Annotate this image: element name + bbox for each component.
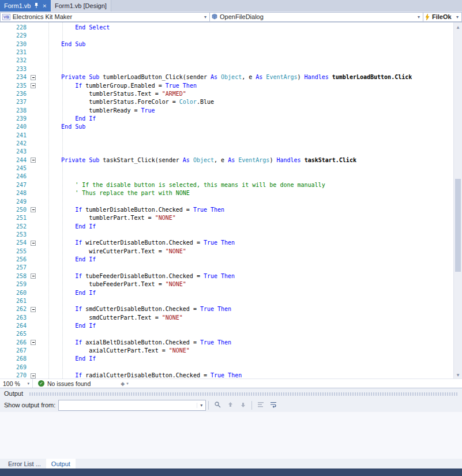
code-line[interactable]: 266 If axialBeltDisableButton.Checked = … xyxy=(0,339,453,347)
event-dropdown[interactable]: FileOk ▾ xyxy=(423,12,462,22)
code-line[interactable]: 245 xyxy=(0,164,453,173)
line-number: 247 xyxy=(0,181,27,189)
code-line[interactable]: 267 axialCutterPart.Text = "NONE" xyxy=(0,347,453,355)
code-line[interactable]: 253 xyxy=(0,231,453,239)
output-content[interactable] xyxy=(0,412,462,459)
output-panel-titlebar[interactable]: Output xyxy=(0,388,462,398)
fold-collapse-toggle[interactable] xyxy=(31,158,36,163)
show-output-from-combo[interactable]: ▾ xyxy=(58,400,206,411)
line-number: 250 xyxy=(0,206,27,214)
code-line[interactable]: 243 xyxy=(0,148,453,156)
code-text: End If xyxy=(39,115,96,123)
code-line[interactable]: 242 xyxy=(0,140,453,148)
fold-collapse-toggle[interactable] xyxy=(31,83,36,88)
code-line[interactable]: 249 xyxy=(0,198,453,206)
code-line[interactable]: 254 If wireCutterDisableButton.Checked =… xyxy=(0,239,453,247)
tab-form1vb[interactable]: Form1.vb × xyxy=(0,0,51,12)
scrollbar-thumb[interactable] xyxy=(455,179,461,271)
code-text xyxy=(39,57,47,65)
code-lines[interactable]: 228 End Select229230 End Sub231232233234… xyxy=(0,23,453,378)
code-line[interactable]: 263 smdCutterPart.Text = "NONE" xyxy=(0,314,453,322)
code-line[interactable]: 250 If tumblerDisableButton.Checked = Tr… xyxy=(0,206,453,214)
code-line[interactable]: 238 tumblerReady = True xyxy=(0,107,453,115)
code-line[interactable]: 240 End Sub xyxy=(0,123,453,131)
code-line[interactable]: 239 End If xyxy=(0,115,453,123)
code-line[interactable]: 265 xyxy=(0,330,453,338)
next-message-icon xyxy=(240,402,246,409)
code-line[interactable]: 257 xyxy=(0,264,453,272)
code-line[interactable]: 264 End If xyxy=(0,322,453,330)
next-message-button[interactable] xyxy=(236,399,249,411)
scrollbar-down-icon[interactable]: ▼ xyxy=(454,370,462,378)
line-number: 243 xyxy=(0,148,27,156)
project-dropdown[interactable]: VB Electronics Kit Maker ▾ xyxy=(0,12,210,22)
clear-all-button[interactable] xyxy=(254,399,267,411)
code-editor[interactable]: 228 End Select229230 End Sub231232233234… xyxy=(0,23,462,378)
code-line[interactable]: 228 End Select xyxy=(0,24,453,32)
tab-form1vb-design[interactable]: Form1.vb [Design] xyxy=(51,0,111,12)
code-line[interactable]: 248 ' Thus replace the part with NONE xyxy=(0,189,453,197)
fold-margin xyxy=(27,90,39,98)
fold-collapse-toggle[interactable] xyxy=(31,75,36,80)
code-text: If smdCutterDisableButton.Checked = True… xyxy=(39,305,231,313)
code-line[interactable]: 269 xyxy=(0,363,453,372)
code-line[interactable]: 251 tumblerPart.Text = "NONE" xyxy=(0,214,453,222)
fold-collapse-toggle[interactable] xyxy=(31,307,36,312)
fold-collapse-toggle[interactable] xyxy=(31,373,36,378)
fold-margin xyxy=(27,214,39,222)
tab-error-list[interactable]: Error List ... xyxy=(3,459,46,468)
fold-margin xyxy=(27,272,39,280)
code-line[interactable]: 262 If smdCutterDisableButton.Checked = … xyxy=(0,305,453,313)
code-text: End Select xyxy=(39,24,110,32)
code-line[interactable]: 237 tumblerStatus.ForeColor = Color.Blue xyxy=(0,98,453,106)
fold-margin xyxy=(27,132,39,140)
editor-scrollbar[interactable]: ▲ ▼ xyxy=(453,23,462,378)
code-line[interactable]: 259 tubeFeederPart.Text = "NONE" xyxy=(0,280,453,288)
code-line[interactable]: 230 End Sub xyxy=(0,40,453,48)
code-text: axialCutterPart.Text = "NONE" xyxy=(39,347,190,355)
find-message-button[interactable] xyxy=(211,399,224,411)
fold-collapse-toggle[interactable] xyxy=(31,241,36,246)
fold-margin xyxy=(27,48,39,57)
code-line[interactable]: 233 xyxy=(0,65,453,73)
code-line[interactable]: 252 End If xyxy=(0,223,453,231)
word-wrap-button[interactable] xyxy=(267,399,280,411)
code-line[interactable]: 229 xyxy=(0,32,453,40)
line-number: 240 xyxy=(0,123,27,131)
code-line[interactable]: 231 xyxy=(0,48,453,57)
fold-collapse-toggle[interactable] xyxy=(31,340,36,345)
code-line[interactable]: 241 xyxy=(0,132,453,140)
code-line[interactable]: 247 ' If the disable button is selected,… xyxy=(0,181,453,189)
code-line[interactable]: 234 Private Sub tumblerLoadButton_Click(… xyxy=(0,73,453,81)
fold-margin xyxy=(27,297,39,305)
fold-collapse-toggle[interactable] xyxy=(31,207,36,212)
line-number: 238 xyxy=(0,107,27,115)
scrollbar-up-icon[interactable]: ▲ xyxy=(454,23,462,31)
code-text: End Sub xyxy=(39,40,85,48)
event-dropdown-value: FileOk xyxy=(432,13,452,20)
code-line[interactable]: 246 xyxy=(0,173,453,181)
previous-message-button[interactable] xyxy=(224,399,236,411)
close-icon[interactable]: × xyxy=(42,3,47,9)
code-line[interactable]: 258 If tubeFeederDisableButton.Checked =… xyxy=(0,272,453,280)
zoom-dropdown[interactable]: 100 % ▾ xyxy=(0,379,32,388)
code-line[interactable]: 235 If tumblerGroup.Enabled = True Then xyxy=(0,82,453,90)
code-line[interactable]: 244 Private Sub taskStart_Click(sender A… xyxy=(0,156,453,164)
line-number: 229 xyxy=(0,32,27,40)
object-dropdown[interactable]: OpenFileDialog ▾ xyxy=(210,12,423,22)
line-number: 234 xyxy=(0,73,27,81)
code-line[interactable]: 261 xyxy=(0,297,453,305)
code-line[interactable]: 256 End If xyxy=(0,256,453,264)
tab-output[interactable]: Output xyxy=(46,459,76,468)
code-line[interactable]: 236 tumblerStatus.Text = "ARMED" xyxy=(0,90,453,98)
code-line[interactable]: 260 End If xyxy=(0,289,453,297)
code-line[interactable]: 268 End If xyxy=(0,355,453,363)
code-line[interactable]: 255 wireCutterPart.Text = "NONE" xyxy=(0,248,453,256)
fold-collapse-toggle[interactable] xyxy=(31,273,36,279)
code-line[interactable]: 232 xyxy=(0,57,453,65)
code-line[interactable]: 270 If radialCutterDisableButton.Checked… xyxy=(0,372,453,378)
pin-icon[interactable] xyxy=(34,3,39,9)
document-health-indicator[interactable]: ✓ No issues found xyxy=(38,380,91,387)
code-cleanup-button[interactable]: ◆ ▾ xyxy=(121,381,128,387)
fold-margin xyxy=(27,164,39,173)
